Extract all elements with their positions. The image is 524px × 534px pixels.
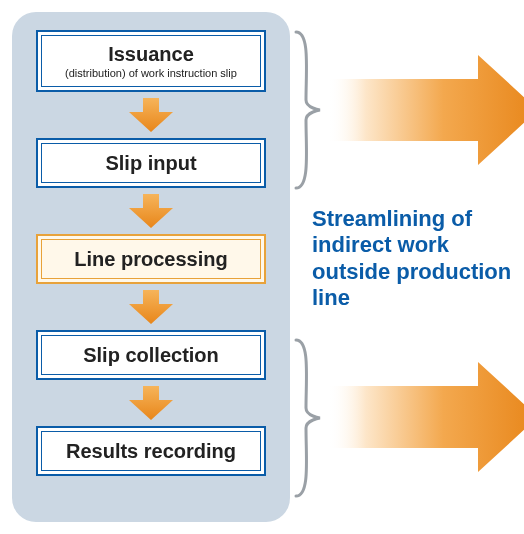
step-slip-input: Slip input <box>36 138 266 188</box>
step-issuance: Issuance (distribution) of work instruct… <box>36 30 266 92</box>
step-title: Slip collection <box>83 344 219 367</box>
caption-text: Streamlining of indirect work outside pr… <box>312 206 522 312</box>
svg-marker-2 <box>129 290 173 324</box>
down-arrow-icon <box>129 194 173 228</box>
big-arrow-top-icon <box>328 55 524 165</box>
svg-marker-1 <box>129 194 173 228</box>
down-arrow-icon <box>129 98 173 132</box>
svg-marker-3 <box>129 386 173 420</box>
step-title: Slip input <box>105 152 196 175</box>
big-arrow-bottom-icon <box>328 362 524 472</box>
down-arrow-icon <box>129 386 173 420</box>
step-title: Results recording <box>66 440 236 463</box>
step-subtitle: (distribution) of work instruction slip <box>65 67 237 79</box>
step-title: Issuance <box>108 43 194 66</box>
svg-marker-5 <box>328 362 524 472</box>
step-title: Line processing <box>74 248 227 271</box>
svg-marker-0 <box>129 98 173 132</box>
step-results-recording: Results recording <box>36 426 266 476</box>
step-line-processing: Line processing <box>36 234 266 284</box>
svg-marker-4 <box>328 55 524 165</box>
brace-bottom-icon <box>292 338 322 498</box>
step-slip-collection: Slip collection <box>36 330 266 380</box>
down-arrow-icon <box>129 290 173 324</box>
flow-panel: Issuance (distribution) of work instruct… <box>12 12 290 522</box>
brace-top-icon <box>292 30 322 190</box>
